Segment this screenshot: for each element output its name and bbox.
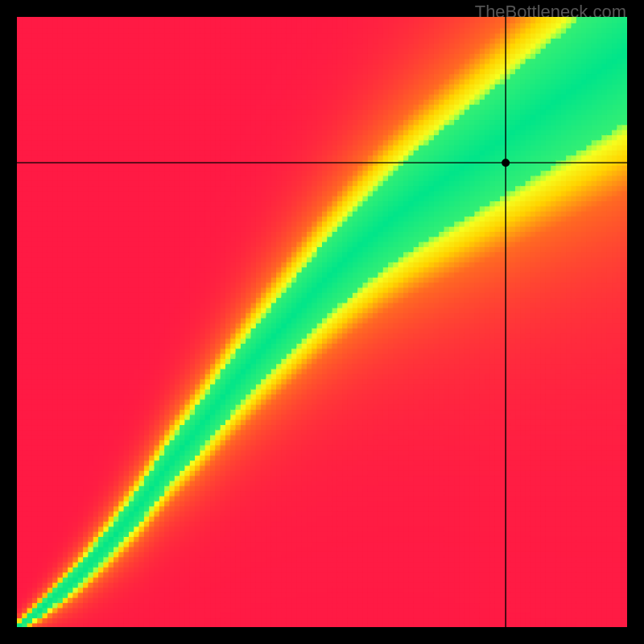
heatmap-chart xyxy=(17,17,627,627)
heatmap-canvas xyxy=(17,17,627,627)
